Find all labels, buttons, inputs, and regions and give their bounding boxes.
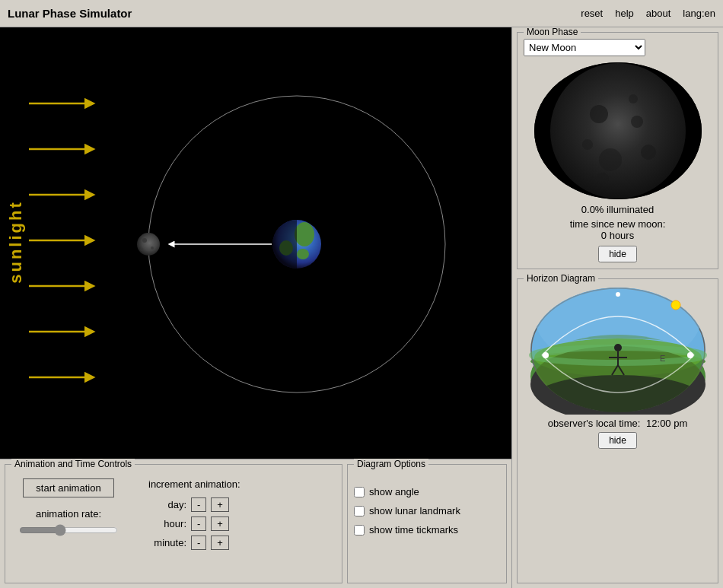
diagram-options-panel: Diagram Options show angle show lunar la… [347, 464, 507, 583]
svg-point-13 [297, 249, 309, 259]
svg-point-19 [140, 248, 143, 251]
svg-point-48 [543, 352, 549, 358]
help-link[interactable]: help [615, 8, 634, 19]
moon-phase-panel: Moon Phase New MoonWaxing CrescentFirst … [517, 32, 718, 269]
right-panel: Moon Phase New MoonWaxing CrescentFirst … [511, 27, 723, 588]
animation-rate-slider[interactable] [19, 524, 118, 536]
moon-svg [534, 62, 702, 199]
hour-plus-button[interactable]: + [211, 516, 229, 531]
minute-plus-button[interactable]: + [211, 536, 229, 550]
horizon-hide-button[interactable]: hide [598, 432, 637, 449]
moon-phase-dropdown[interactable]: New MoonWaxing CrescentFirst QuarterWaxi… [524, 39, 645, 56]
day-plus-button[interactable]: + [211, 497, 229, 512]
sim-panel: sunlight [0, 27, 511, 588]
show-lunar-landmark-label: show lunar landmark [369, 505, 460, 516]
show-lunar-landmark-checkbox[interactable] [354, 506, 365, 516]
svg-point-26 [641, 145, 656, 160]
top-nav: reset help about lang:en [581, 8, 715, 19]
day-minus-button[interactable]: - [191, 497, 206, 512]
horizon-diagram-svg: E [527, 285, 709, 415]
moon-illuminated-text: 0.0% illuminated [524, 204, 712, 215]
moon-phase-hide-button[interactable]: hide [598, 246, 637, 262]
moon-phase-panel-title: Moon Phase [524, 27, 581, 37]
svg-point-47 [671, 300, 680, 310]
about-link[interactable]: about [646, 8, 671, 19]
observer-time-label: observer's local time: [548, 418, 641, 429]
animation-controls-panel: Animation and Time Controls start animat… [5, 464, 342, 583]
moon-image [534, 62, 702, 199]
svg-point-17 [142, 238, 147, 243]
main-area: sunlight [0, 27, 723, 588]
show-angle-label: show angle [369, 486, 419, 497]
start-animation-button[interactable]: start animation [23, 478, 113, 497]
svg-point-49 [687, 352, 693, 358]
observer-time: observer's local time: 12:00 pm [524, 418, 712, 429]
animation-rate-label: animation rate: [36, 508, 101, 520]
svg-point-29 [597, 173, 609, 185]
svg-point-28 [629, 94, 638, 103]
show-time-tickmarks-label: show time tickmarks [369, 524, 458, 536]
moon-time-value: 0 hours [524, 230, 712, 241]
svg-point-27 [599, 148, 622, 171]
minute-label: minute: [148, 537, 186, 548]
canvas-area[interactable]: sunlight [0, 27, 511, 459]
increment-label: increment animation: [148, 478, 240, 490]
svg-text:E: E [660, 354, 665, 363]
svg-point-16 [137, 233, 160, 256]
minute-minus-button[interactable]: - [191, 536, 206, 550]
show-time-tickmarks-checkbox[interactable] [354, 525, 365, 536]
svg-point-42 [614, 344, 622, 351]
hour-minus-button[interactable]: - [191, 516, 206, 531]
lang-link[interactable]: lang:en [683, 8, 715, 19]
svg-point-24 [631, 116, 643, 128]
svg-point-25 [582, 139, 593, 150]
svg-point-22 [550, 63, 686, 199]
svg-point-18 [151, 246, 154, 250]
svg-point-50 [616, 292, 620, 297]
hour-label: hour: [148, 518, 186, 529]
reset-link[interactable]: reset [581, 8, 603, 19]
observer-time-value: 12:00 pm [646, 418, 687, 429]
orbit-diagram [0, 27, 511, 459]
moon-time-label: time since new moon: [524, 218, 712, 230]
day-label: day: [148, 499, 186, 510]
diagram-options-title: Diagram Options [354, 459, 428, 469]
bottom-controls: Animation and Time Controls start animat… [0, 459, 511, 588]
svg-point-11 [295, 222, 314, 246]
svg-point-23 [590, 105, 608, 123]
horizon-panel: Horizon Diagram [517, 278, 718, 583]
animation-controls-title: Animation and Time Controls [11, 459, 135, 469]
show-angle-checkbox[interactable] [354, 487, 365, 497]
top-bar: Lunar Phase Simulator reset help about l… [0, 0, 723, 27]
app-title: Lunar Phase Simulator [8, 7, 581, 20]
horizon-panel-title: Horizon Diagram [524, 273, 598, 284]
